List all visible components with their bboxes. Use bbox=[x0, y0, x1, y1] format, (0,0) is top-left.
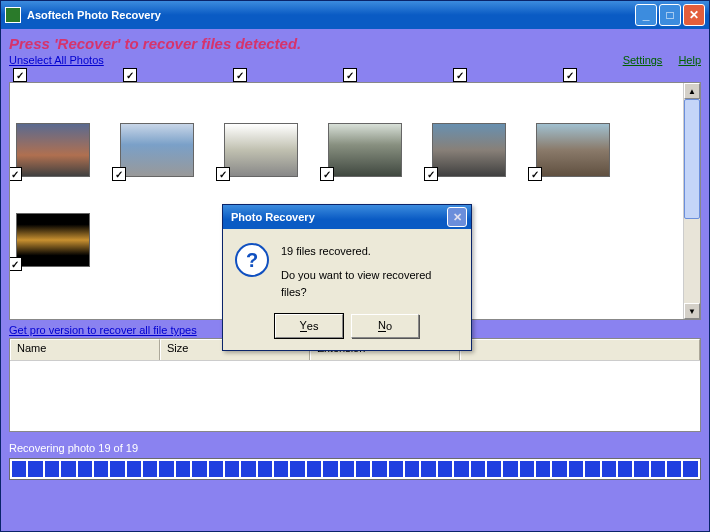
thumbnail-cell[interactable]: ✓ bbox=[16, 213, 90, 267]
thumbnail-cell[interactable]: ✓ bbox=[224, 123, 298, 177]
window-title: Asoftech Photo Recovery bbox=[27, 9, 635, 21]
photo-checkbox[interactable]: ✓ bbox=[13, 68, 27, 82]
thumbnail-cell[interactable]: ✓ bbox=[536, 123, 610, 177]
dialog-title: Photo Recovery bbox=[227, 211, 447, 223]
recovery-dialog: Photo Recovery ✕ ? 19 files recovered. D… bbox=[222, 204, 472, 351]
window-buttons: _ □ ✕ bbox=[635, 4, 705, 26]
titlebar: Asoftech Photo Recovery _ □ ✕ bbox=[1, 1, 709, 29]
photo-checkbox[interactable]: ✓ bbox=[9, 257, 22, 271]
app-icon bbox=[5, 7, 21, 23]
thumbnail-row: ✓ ✓ ✓ ✓ ✓ bbox=[10, 83, 700, 183]
photo-checkbox[interactable]: ✓ bbox=[112, 167, 126, 181]
progress-bar bbox=[9, 458, 701, 480]
column-header-name[interactable]: Name bbox=[10, 339, 160, 360]
photo-thumbnail[interactable] bbox=[536, 123, 610, 177]
thumbnail-cell[interactable]: ✓ bbox=[16, 123, 90, 177]
photo-checkbox[interactable]: ✓ bbox=[424, 167, 438, 181]
instruction-text: Press 'Recover' to recover files detecte… bbox=[9, 35, 701, 52]
close-button[interactable]: ✕ bbox=[683, 4, 705, 26]
settings-link[interactable]: Settings bbox=[623, 54, 663, 66]
thumbnail-cell[interactable]: ✓ bbox=[432, 123, 506, 177]
help-link[interactable]: Help bbox=[678, 54, 701, 66]
photo-checkbox[interactable]: ✓ bbox=[320, 167, 334, 181]
no-button[interactable]: No bbox=[351, 314, 419, 338]
thumbnail-cell[interactable]: ✓ bbox=[120, 123, 194, 177]
photo-thumbnail[interactable] bbox=[328, 123, 402, 177]
photo-thumbnail[interactable] bbox=[432, 123, 506, 177]
photo-thumbnail[interactable] bbox=[224, 123, 298, 177]
photo-checkbox[interactable]: ✓ bbox=[528, 167, 542, 181]
photo-checkbox[interactable]: ✓ bbox=[123, 68, 137, 82]
photo-thumbnail[interactable] bbox=[120, 123, 194, 177]
top-checkbox-strip: ✓ ✓ ✓ ✓ ✓ ✓ bbox=[9, 68, 701, 82]
column-header-blank bbox=[460, 339, 700, 360]
photo-checkbox[interactable]: ✓ bbox=[343, 68, 357, 82]
dialog-titlebar: Photo Recovery ✕ bbox=[223, 205, 471, 229]
photo-thumbnail[interactable] bbox=[16, 123, 90, 177]
photo-checkbox[interactable]: ✓ bbox=[563, 68, 577, 82]
status-text: Recovering photo 19 of 19 bbox=[9, 442, 701, 454]
dialog-message: 19 files recovered. Do you want to view … bbox=[281, 243, 459, 302]
scroll-down-button[interactable]: ▼ bbox=[684, 303, 700, 319]
photo-checkbox[interactable]: ✓ bbox=[233, 68, 247, 82]
scrollbar[interactable]: ▲ ▼ bbox=[683, 83, 700, 319]
question-icon: ? bbox=[235, 243, 269, 277]
scroll-thumb[interactable] bbox=[684, 99, 700, 219]
maximize-button[interactable]: □ bbox=[659, 4, 681, 26]
dialog-close-button[interactable]: ✕ bbox=[447, 207, 467, 227]
photo-checkbox[interactable]: ✓ bbox=[9, 167, 22, 181]
dialog-line1: 19 files recovered. bbox=[281, 243, 459, 261]
minimize-button[interactable]: _ bbox=[635, 4, 657, 26]
link-row: Unselect All Photos Settings Help bbox=[9, 54, 701, 66]
file-table: Name Size Extension bbox=[9, 338, 701, 432]
photo-thumbnail[interactable] bbox=[16, 213, 90, 267]
pro-version-link[interactable]: Get pro version to recover all file type… bbox=[9, 324, 197, 336]
thumbnail-cell[interactable]: ✓ bbox=[328, 123, 402, 177]
unselect-all-link[interactable]: Unselect All Photos bbox=[9, 54, 104, 66]
scroll-up-button[interactable]: ▲ bbox=[684, 83, 700, 99]
photo-checkbox[interactable]: ✓ bbox=[216, 167, 230, 181]
dialog-line2: Do you want to view recovered files? bbox=[281, 267, 459, 302]
yes-button[interactable]: Yes bbox=[275, 314, 343, 338]
photo-checkbox[interactable]: ✓ bbox=[453, 68, 467, 82]
